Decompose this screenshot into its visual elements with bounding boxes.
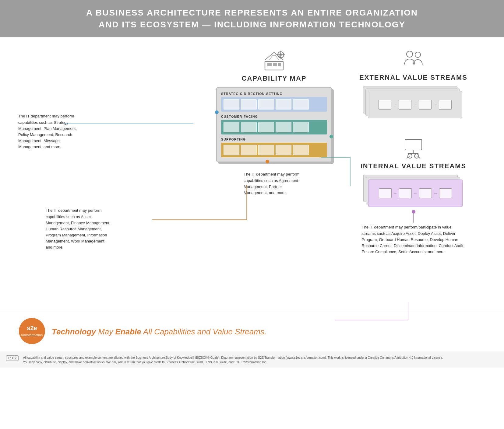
svg-point-15 xyxy=(408,154,412,158)
strategic-label: STRATEGIC DIRECTION-SETTING xyxy=(221,92,327,96)
footer-enable: Enable xyxy=(115,327,141,336)
main-area: The IT department may perform capabiliti… xyxy=(0,37,504,311)
header-title: A BUSINESS ARCHITECTURE REPRESENTS AN EN… xyxy=(12,7,492,30)
flow-box-int4 xyxy=(439,188,452,198)
cap-box-c1 xyxy=(224,122,239,132)
annotation-internal-vs: The IT department may perform/participat… xyxy=(362,224,465,255)
supporting-strip xyxy=(221,143,327,157)
internal-vs-diagram: → → → xyxy=(363,175,464,208)
flow-arrow-int3: → xyxy=(433,191,438,196)
flow-box-ext3 xyxy=(419,100,432,110)
cap-box-s4 xyxy=(276,99,291,110)
copyright-bar: cc BY All capability and value stream st… xyxy=(0,352,504,368)
copyright-text2: You may copy, distribute, display, and m… xyxy=(23,360,443,364)
flow-arrow-int2: → xyxy=(413,191,418,196)
svg-line-4 xyxy=(265,52,274,60)
flow-box-ext1 xyxy=(379,100,391,110)
flow-arrow-ext1: → xyxy=(393,102,397,107)
footer-technology: Technology xyxy=(52,327,96,336)
internal-vs-title: INTERNAL VALUE STREAMS xyxy=(361,162,467,170)
footer-tagline: Technology May Enable All Capabilities a… xyxy=(52,327,266,337)
strategic-section: STRATEGIC DIRECTION-SETTING xyxy=(221,92,327,112)
cc-badge: cc BY xyxy=(6,355,19,361)
external-vs-diagram: → → → xyxy=(363,86,463,120)
flow-box-ext2 xyxy=(399,100,411,110)
annotation-customer-facing: The IT department may perform capabiliti… xyxy=(244,171,305,196)
flow-boxes-ext: → → → xyxy=(379,100,452,110)
annotation-supporting: The IT department may perform capabiliti… xyxy=(46,208,113,250)
orange-connector-dot xyxy=(266,160,269,163)
flow-arrow-ext3: → xyxy=(433,102,437,107)
external-vs-icon xyxy=(399,49,428,71)
svg-point-10 xyxy=(407,51,413,57)
cap-box-p4 xyxy=(276,145,291,155)
copyright-text1: All capability and value stream structur… xyxy=(23,355,443,360)
left-column: The IT department may perform capabiliti… xyxy=(15,43,210,308)
flow-arrow-ext2: → xyxy=(413,102,417,107)
footer-brand: s2e transformation Technology May Enable… xyxy=(0,311,504,352)
purple-dot-container xyxy=(412,210,415,223)
cap-box-c2 xyxy=(241,122,257,132)
internal-vs-block: INTERNAL VALUE STREAMS → → → xyxy=(361,138,467,255)
header: A BUSINESS ARCHITECTURE REPRESENTS AN EN… xyxy=(0,0,504,37)
flow-box-ext4 xyxy=(439,100,452,110)
svg-text:transformation: transformation xyxy=(21,333,43,337)
svg-rect-2 xyxy=(273,63,277,66)
svg-text:s2e: s2e xyxy=(27,325,37,331)
capability-map-card: STRATEGIC DIRECTION-SETTING CUSTOMER-FAC… xyxy=(216,87,332,162)
strategic-strip xyxy=(221,97,327,112)
flow-box-int2 xyxy=(399,188,412,198)
cap-box-p5 xyxy=(293,145,309,155)
flow-arrow-int1: → xyxy=(393,191,397,196)
center-column: CAPABILITY MAP STRATEGIC DIRECTION-SETTI… xyxy=(210,43,338,308)
svg-point-16 xyxy=(414,154,419,158)
customer-strip xyxy=(221,120,327,134)
external-vs-block: EXTERNAL VALUE STREAMS → → → xyxy=(359,49,467,120)
vs-int-page-front: → → → xyxy=(368,180,463,207)
cap-box-p3 xyxy=(258,145,274,155)
supporting-label: SUPPORTING xyxy=(221,138,327,141)
cap-box-p1 xyxy=(224,145,239,155)
purple-connector-dot xyxy=(412,210,415,214)
cap-box-s3 xyxy=(258,99,274,110)
svg-rect-12 xyxy=(405,139,422,150)
cap-box-s1 xyxy=(224,99,239,110)
customer-section: CUSTOMER-FACING xyxy=(221,115,327,134)
svg-rect-1 xyxy=(267,63,272,66)
teal-connector-dot xyxy=(330,135,333,138)
internal-vs-icon xyxy=(399,138,428,159)
capability-map-title: CAPABILITY MAP xyxy=(242,75,307,82)
capability-map-icon xyxy=(259,49,289,72)
svg-line-5 xyxy=(274,52,283,60)
annotation-strategic: The IT department may perform capabiliti… xyxy=(18,113,79,150)
cap-box-s5 xyxy=(293,99,309,110)
cap-box-s2 xyxy=(241,99,257,110)
vs-page-front: → → → xyxy=(368,91,462,118)
svg-point-11 xyxy=(415,52,421,58)
customer-label: CUSTOMER-FACING xyxy=(221,115,327,118)
right-column: EXTERNAL VALUE STREAMS → → → xyxy=(338,43,489,308)
supporting-section: SUPPORTING xyxy=(221,138,327,157)
cap-box-c4 xyxy=(276,122,291,132)
s2e-logo: s2e transformation xyxy=(18,317,46,346)
blue-connector-dot xyxy=(215,110,219,114)
page-canvas: A BUSINESS ARCHITECTURE REPRESENTS AN EN… xyxy=(0,0,504,368)
flow-box-int3 xyxy=(419,188,432,198)
external-vs-title: EXTERNAL VALUE STREAMS xyxy=(359,74,467,82)
purple-line xyxy=(413,214,414,223)
cap-box-p2 xyxy=(241,145,257,155)
svg-rect-3 xyxy=(278,63,281,66)
cap-box-c5 xyxy=(293,122,309,132)
flow-boxes-int: → → → xyxy=(379,188,452,198)
cap-box-c3 xyxy=(258,122,274,132)
flow-box-int1 xyxy=(379,188,392,198)
